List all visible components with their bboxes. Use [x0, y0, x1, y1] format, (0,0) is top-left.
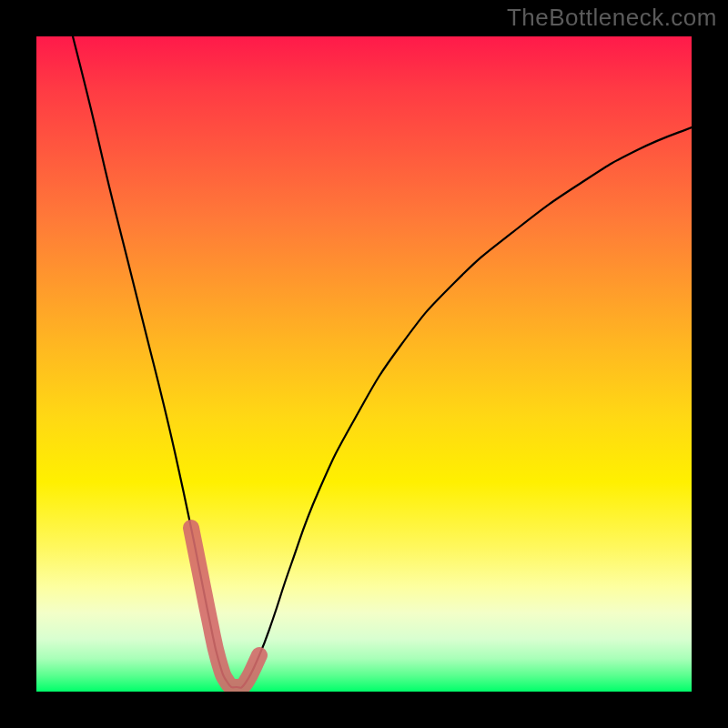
chart-frame: TheBottleneck.com: [0, 0, 728, 728]
highlight-band: [191, 528, 259, 688]
watermark-text: TheBottleneck.com: [507, 4, 717, 32]
curve-layer: [36, 36, 692, 692]
bottleneck-curve: [73, 36, 692, 688]
plot-area: [36, 36, 692, 692]
